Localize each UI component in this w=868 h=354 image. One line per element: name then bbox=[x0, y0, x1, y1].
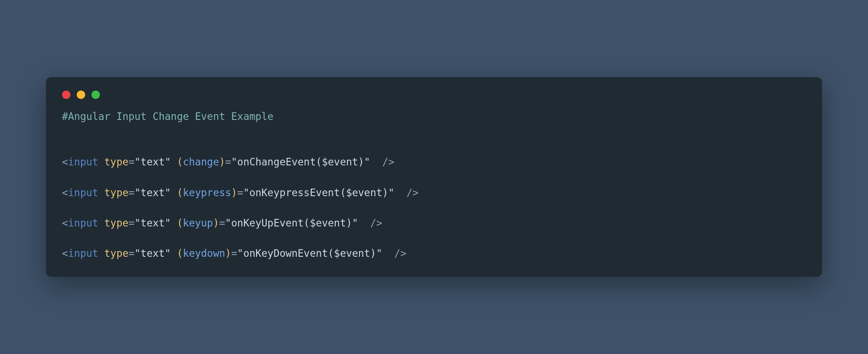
code-attr: type bbox=[104, 217, 128, 229]
code-punc: < bbox=[62, 156, 68, 168]
code-tag: input bbox=[68, 217, 99, 229]
maximize-icon[interactable] bbox=[91, 91, 100, 99]
code-event: keypress bbox=[183, 187, 231, 198]
code-event: keyup bbox=[183, 217, 213, 229]
code-event: keydown bbox=[183, 247, 225, 259]
code-attr-value: "text" bbox=[135, 187, 171, 198]
code-tag: input bbox=[68, 247, 99, 259]
code-eq: = bbox=[128, 217, 135, 229]
code-eq: = bbox=[128, 187, 135, 198]
code-paren: ) bbox=[213, 217, 219, 229]
code-eq: = bbox=[231, 247, 237, 259]
code-handler: "onChangeEvent($event)" bbox=[231, 156, 370, 168]
code-attr-value: "text" bbox=[135, 156, 171, 168]
code-block[interactable]: #Angular Input Change Event Example <inp… bbox=[62, 109, 806, 261]
code-attr: type bbox=[104, 247, 128, 259]
code-eq: = bbox=[128, 156, 135, 168]
code-attr: type bbox=[104, 156, 128, 168]
code-tag: input bbox=[68, 187, 99, 198]
minimize-icon[interactable] bbox=[77, 91, 85, 99]
code-paren: ( bbox=[177, 187, 183, 198]
code-attr-value: "text" bbox=[135, 217, 171, 229]
code-punc: /> bbox=[370, 217, 382, 229]
code-eq: = bbox=[219, 217, 225, 229]
code-handler: "onKeypressEvent($event)" bbox=[243, 187, 394, 198]
window-traffic-lights bbox=[62, 88, 806, 109]
code-paren: ) bbox=[225, 247, 231, 259]
code-comment: #Angular Input Change Event Example bbox=[62, 111, 273, 122]
code-punc: < bbox=[62, 217, 68, 229]
code-punc: /> bbox=[382, 156, 394, 168]
code-eq: = bbox=[225, 156, 231, 168]
close-icon[interactable] bbox=[62, 91, 70, 99]
code-attr-value: "text" bbox=[135, 247, 171, 259]
code-handler: "onKeyUpEvent($event)" bbox=[225, 217, 358, 229]
code-punc: /> bbox=[394, 247, 406, 259]
code-eq: = bbox=[237, 187, 244, 198]
code-punc: < bbox=[62, 247, 68, 259]
code-paren: ( bbox=[177, 217, 183, 229]
code-attr: type bbox=[104, 187, 128, 198]
code-paren: ( bbox=[177, 247, 183, 259]
code-paren: ) bbox=[231, 187, 237, 198]
code-eq: = bbox=[128, 247, 135, 259]
code-handler: "onKeyDownEvent($event)" bbox=[237, 247, 382, 259]
code-paren: ( bbox=[177, 156, 183, 168]
code-tag: input bbox=[68, 156, 99, 168]
code-punc: < bbox=[62, 187, 68, 198]
code-window: #Angular Input Change Event Example <inp… bbox=[46, 77, 822, 277]
code-punc: /> bbox=[406, 187, 418, 198]
code-paren: ) bbox=[219, 156, 225, 168]
code-event: change bbox=[183, 156, 219, 168]
